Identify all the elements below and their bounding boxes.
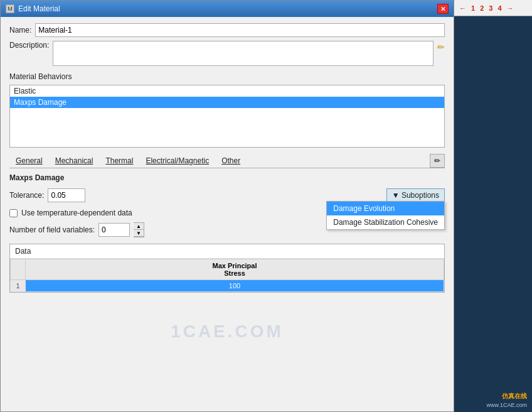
name-label: Name: bbox=[9, 26, 31, 35]
suboptions-dropdown: Damage Evolution Damage Stabilization Co… bbox=[326, 201, 445, 230]
table-row: 1 100 bbox=[11, 280, 444, 292]
nav-1[interactable]: 1 bbox=[471, 4, 475, 12]
description-row: Description: ✏ bbox=[9, 41, 445, 66]
spinner-buttons: ▲ ▼ bbox=[134, 222, 144, 237]
data-table: Max PrincipalStress 1 100 bbox=[10, 259, 444, 292]
desc-label: Description: bbox=[9, 41, 49, 50]
nav-forward[interactable]: → bbox=[507, 4, 514, 12]
nav-back[interactable]: ← bbox=[459, 4, 466, 12]
tab-other[interactable]: Other bbox=[215, 154, 247, 168]
table-stress-header: Max PrincipalStress bbox=[26, 259, 444, 280]
suboptions-button[interactable]: ▼ Suboptions bbox=[386, 188, 445, 202]
tolerance-label: Tolerance: bbox=[9, 191, 44, 200]
right-content bbox=[454, 16, 532, 388]
spinner-up[interactable]: ▲ bbox=[134, 223, 144, 230]
data-section-title: Data bbox=[10, 244, 444, 259]
dialog-icon: M bbox=[6, 4, 14, 13]
dialog-body: Name: Description: ✏ Material Behaviors … bbox=[1, 17, 454, 411]
name-row: Name: bbox=[9, 23, 445, 37]
logo-subtext: www.1CAE.com bbox=[486, 402, 527, 408]
tabs-row: General Mechanical Thermal Electrical/Ma… bbox=[9, 154, 445, 168]
tolerance-container: Tolerance: ▼ Suboptions Damage Evolution… bbox=[9, 186, 445, 202]
tolerance-row: Tolerance: ▼ Suboptions bbox=[9, 188, 445, 202]
behaviors-list: Elastic Maxps Damage bbox=[9, 85, 445, 148]
close-button[interactable]: ✕ bbox=[437, 4, 449, 14]
behavior-item-elastic[interactable]: Elastic bbox=[10, 85, 444, 97]
title-bar-left: M Edit Material bbox=[6, 4, 60, 13]
behaviors-label: Material Behaviors bbox=[9, 72, 445, 81]
title-bar: M Edit Material ✕ bbox=[1, 1, 454, 17]
edit-material-dialog: M Edit Material ✕ Name: Description: ✏ M… bbox=[0, 0, 454, 412]
main-container: M Edit Material ✕ Name: Description: ✏ M… bbox=[0, 0, 532, 412]
table-row-num-header bbox=[11, 259, 26, 280]
watermark: 1CAE.COM bbox=[171, 322, 284, 342]
tab-electrical-magnetic[interactable]: Electrical/Magnetic bbox=[139, 154, 215, 168]
field-vars-label: Number of field variables: bbox=[9, 225, 95, 234]
row-value-1[interactable]: 100 bbox=[26, 280, 444, 292]
logo-text: 仿真在线 bbox=[502, 392, 527, 401]
tab-thermal[interactable]: Thermal bbox=[99, 154, 139, 168]
desc-input[interactable] bbox=[53, 41, 434, 66]
field-vars-input[interactable] bbox=[98, 223, 130, 237]
row-num-1: 1 bbox=[11, 280, 26, 292]
data-wrapper: Data Max PrincipalStress 1 100 bbox=[9, 241, 445, 405]
right-panel: ← 1 2 3 4 → 仿真在线 www.1CAE.com bbox=[454, 0, 532, 412]
dialog-title: Edit Material bbox=[18, 4, 60, 13]
name-input[interactable] bbox=[35, 23, 445, 37]
bottom-logo: 仿真在线 www.1CAE.com bbox=[454, 388, 532, 412]
tab-mechanical[interactable]: Mechanical bbox=[49, 154, 100, 168]
tolerance-input[interactable] bbox=[48, 188, 85, 202]
data-section: Data Max PrincipalStress 1 100 bbox=[9, 244, 445, 293]
dropdown-item-damage-stabilization[interactable]: Damage Stabilization Cohesive bbox=[327, 215, 444, 229]
pencil-icon[interactable]: ✏ bbox=[437, 42, 445, 52]
behavior-item-maxps[interactable]: Maxps Damage bbox=[10, 97, 444, 108]
nav-3[interactable]: 3 bbox=[489, 4, 492, 12]
right-top-bar: ← 1 2 3 4 → bbox=[454, 0, 532, 16]
temp-dependent-label: Use temperature-dependent data bbox=[21, 209, 132, 217]
nav-2[interactable]: 2 bbox=[480, 4, 484, 12]
nav-4[interactable]: 4 bbox=[497, 4, 501, 12]
temp-dependent-checkbox[interactable] bbox=[9, 209, 18, 217]
dropdown-item-damage-evolution[interactable]: Damage Evolution bbox=[327, 202, 444, 215]
tab-general[interactable]: General bbox=[9, 154, 49, 168]
tab-edit-button[interactable]: ✏ bbox=[430, 154, 445, 168]
spinner-down[interactable]: ▼ bbox=[134, 230, 144, 237]
section-title: Maxps Damage bbox=[9, 173, 445, 182]
